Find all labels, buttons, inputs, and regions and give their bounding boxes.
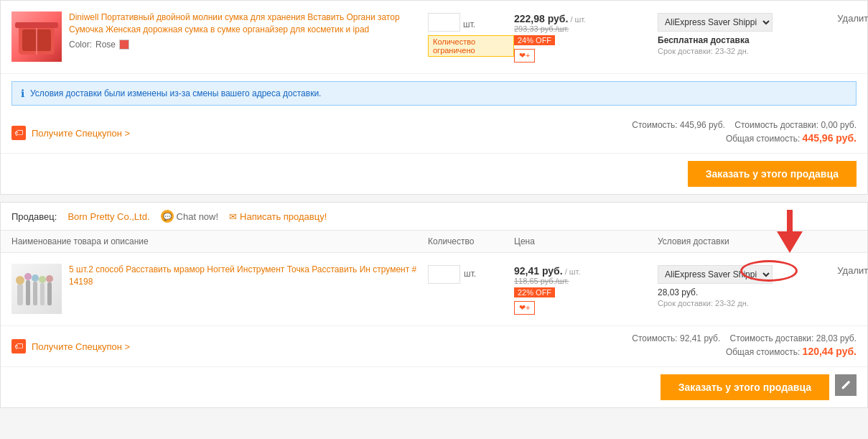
delivery-time-2: Срок доставки: 23-32 дн. [658,299,801,308]
arrow-shaft [787,210,793,231]
order-button-2[interactable]: Заказать у этого продавца [661,374,829,400]
message-button-2[interactable]: ✉ Написать продавцу! [229,211,327,222]
col-header-product: Наименование товара и описание [11,236,428,246]
coupon-row-2: 🏷 Получите Спецкупон > Стоимость: 92,41 … [1,326,867,366]
delete-cell-2: Удалить [801,264,868,276]
product-image-1 [11,11,62,62]
total-label-2: Общая стоимость: [726,347,800,357]
product-image-2 [11,264,62,314]
product-img-placeholder-1 [11,11,62,62]
price-per-2: / шт. [565,267,581,276]
edit-icon-2[interactable] [835,374,857,396]
table-header-2: Наименование товара и описание Количеств… [1,231,867,253]
wishlist-btn-1[interactable]: ❤+ [514,49,535,63]
seller-header-2: Продавец: Born Pretty Co.,Ltd. 💬 Chat no… [1,203,867,231]
price-cell-1: 222,98 руб. / шт. 293,33 руб./шт. 24% OF… [514,11,658,63]
col-header-action [801,236,868,246]
svg-point-7 [24,273,32,280]
cost-line-2: Стоимость: 92,41 руб. Стоимость доставки… [632,333,857,343]
coupon-left-2[interactable]: 🏷 Получите Спецкупон > [11,339,130,353]
quantity-wrapper-1: 1 шт. Количество ограничено [428,13,514,57]
product-details-1: Diniwell Портативный двойной молнии сумк… [69,11,428,50]
price-old-2: 118,65 руб./шт. [514,277,658,285]
svg-point-11 [39,276,46,283]
coupon-icon-2: 🏷 [11,339,26,353]
total-label-1: Общая стоимость: [726,134,800,144]
svg-rect-8 [33,282,37,305]
svg-rect-6 [26,280,30,305]
order-row-2: Заказать у этого продавца [1,366,867,407]
shipping-cell-1: AliExpress Saver Shipping Бесплатная дос… [658,11,801,55]
svg-rect-3 [15,22,58,28]
product-color-1: Color: Rose [69,40,428,50]
price-main-2: 92,41 руб. [514,265,563,277]
price-discount-1: 24% OFF [514,35,555,45]
total-value-2: 120,44 руб. [803,346,857,357]
svg-point-13 [46,275,53,282]
coupon-label-2[interactable]: Получите Спецкупон > [32,341,130,352]
cart-section-2: Продавец: Born Pretty Co.,Ltd. 💬 Chat no… [0,202,868,408]
delete-button-1[interactable]: Удалить [837,13,868,24]
delete-annotation [777,210,803,253]
annotation-wrapper-2: 5 шт.2 способ Расставить мрамор Ногтей И… [1,253,867,326]
col-header-price: Цена [514,236,658,246]
chat-button-2[interactable]: 💬 Chat now! [161,210,219,223]
coupon-icon-1: 🏷 [11,126,26,140]
wishlist-icon-1: ❤+ [519,51,530,60]
shipping-cost-2: 28,03 руб. [658,287,801,297]
delivery-value-1: 0,00 руб. [821,120,857,130]
qty-unit-2: шт. [464,265,476,279]
total-line-1: Общая стоимость: 445,96 руб. [632,132,857,144]
coupon-label-1[interactable]: Получите Спецкупон > [32,128,130,139]
svg-point-5 [16,276,24,285]
price-cell-2: 92,41 руб. / шт. 118,65 руб./шт. 22% OFF… [514,264,658,315]
seller-label-2: Продавец: [11,211,57,222]
cost-value-2: 92,41 руб. [680,333,720,343]
delivery-label-2: Стоимость доставки: [730,333,814,343]
delete-button-2[interactable]: Удалить [837,265,868,276]
product-info-1: Diniwell Портативный двойной молнии сумк… [11,11,428,62]
delivery-value-2: 28,03 руб. [816,333,857,343]
info-banner-1: ℹ Условия доставки были изменены из-за с… [11,81,857,106]
shipping-free-1: Бесплатная доставка [658,35,801,45]
wishlist-icon-2: ❤+ [519,303,530,313]
shipping-select-2[interactable]: AliExpress Saver Shipping [658,265,773,284]
seller-name-2[interactable]: Born Pretty Co.,Ltd. [67,211,149,222]
info-text-1: Условия доставки были изменены из-за сме… [30,88,321,98]
total-line-2: Общая стоимость: 120,44 руб. [632,346,857,357]
cart-item-1: Diniwell Портативный двойной молнии сумк… [1,1,867,74]
wishlist-btn-2[interactable]: ❤+ [514,301,535,315]
cost-label-1: Стоимость: [632,120,677,130]
chat-label-2[interactable]: Chat now! [177,211,219,222]
price-main-1: 222,98 руб. [514,13,568,24]
summary-2: Стоимость: 92,41 руб. Стоимость доставки… [632,333,857,359]
svg-rect-12 [47,282,52,305]
price-per-1: / шт. [570,15,586,24]
col-header-qty: Количество [428,236,514,246]
qty-limited-badge-1: Количество ограничено [428,35,514,57]
chat-icon-2: 💬 [161,210,174,223]
cart-item-2: 5 шт.2 способ Расставить мрамор Ногтей И… [1,253,867,326]
order-button-1[interactable]: Заказать у этого продавца [688,161,857,187]
svg-rect-10 [40,283,45,305]
svg-rect-4 [17,284,23,305]
qty-unit-1: шт. [463,16,475,29]
coupon-left-1[interactable]: 🏷 Получите Спецкупон > [11,126,130,140]
cost-line-1: Стоимость: 445,96 руб. Стоимость доставк… [632,120,857,130]
delete-cell-1: Удалить [801,11,868,24]
delivery-label-1: Стоимость доставки: [734,120,818,130]
total-value-1: 445,96 руб. [803,132,857,144]
shipping-cell-2: AliExpress Saver Shipping 28,03 руб. Сро… [658,264,801,308]
envelope-icon-2: ✉ [229,211,237,222]
cost-value-1: 445,96 руб. [680,120,725,130]
message-label-2[interactable]: Написать продавцу! [240,211,327,222]
product-title-1[interactable]: Diniwell Портативный двойной молнии сумк… [69,12,400,34]
product-details-2: 5 шт.2 способ Расставить мрамор Ногтей И… [69,264,428,288]
summary-1: Стоимость: 445,96 руб. Стоимость доставк… [632,120,857,146]
cart-section-1: Diniwell Портативный двойной молнии сумк… [0,0,868,195]
shipping-select-1[interactable]: AliExpress Saver Shipping [658,13,773,32]
product-title-2[interactable]: 5 шт.2 способ Расставить мрамор Ногтей И… [69,264,416,287]
quantity-input-1[interactable]: 1 [428,13,460,32]
quantity-input-2[interactable]: 1 [428,265,460,284]
delivery-time-1: Срок доставки: 23-32 дн. [658,47,801,55]
